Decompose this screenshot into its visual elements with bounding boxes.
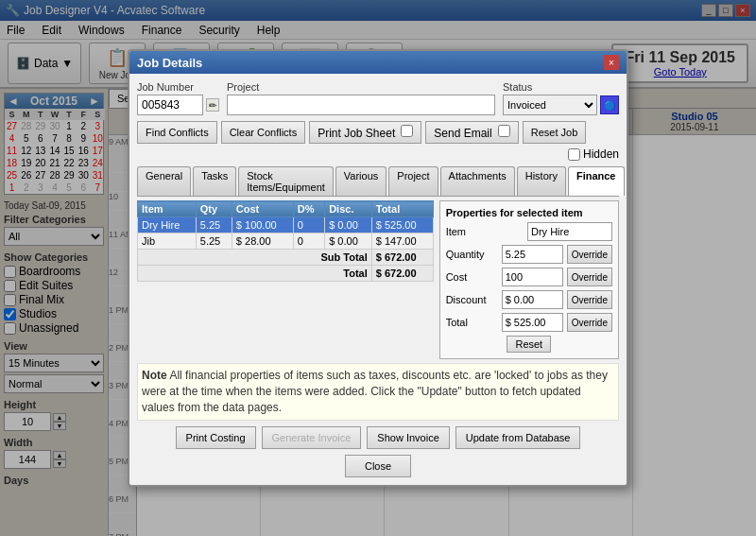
tab-finance[interactable]: Finance — [568, 166, 625, 196]
project-input[interactable] — [227, 95, 495, 115]
project-label: Project — [227, 81, 495, 93]
job-number-input[interactable] — [137, 95, 203, 115]
tab-history[interactable]: History — [517, 166, 566, 196]
total-override-button[interactable]: Override — [567, 313, 612, 332]
tab-attachments[interactable]: Attachments — [440, 166, 515, 196]
find-conflicts-button[interactable]: Find Conflicts — [137, 121, 217, 144]
print-job-sheet-button[interactable]: Print Job Sheet — [309, 121, 421, 144]
tab-stock-items[interactable]: Stock Items/Equipment — [238, 166, 334, 196]
modal-toolbar: Find Conflicts Clear Conflicts Print Job… — [137, 121, 619, 161]
prop-discount-input[interactable] — [502, 290, 563, 309]
tab-project[interactable]: Project — [388, 166, 438, 196]
job-info-row: Job Number ✏ Project Status Invoiced — [137, 81, 619, 115]
modal-close-button[interactable]: × — [604, 55, 619, 70]
prop-cost-row: Cost Override — [446, 268, 612, 286]
bottom-action-buttons: Print Costing Generate Invoice Show Invo… — [137, 426, 619, 449]
send-email-button[interactable]: Send Email — [425, 121, 518, 144]
edit-icon[interactable]: ✏ — [206, 98, 219, 112]
reset-button[interactable]: Reset — [507, 336, 551, 353]
note-content: All financial properties of items such a… — [142, 369, 608, 414]
print-job-sheet-checkbox[interactable] — [401, 125, 413, 137]
print-costing-button[interactable]: Print Costing — [176, 426, 256, 449]
note-bold: Note — [142, 369, 167, 382]
prop-item-input[interactable] — [527, 222, 612, 241]
finance-table: Item Qty Cost D% Disc. Total Dry Hire — [137, 200, 434, 282]
discount-override-button[interactable]: Override — [567, 290, 612, 309]
update-from-database-button[interactable]: Update from Database — [455, 426, 581, 449]
clear-conflicts-button[interactable]: Clear Conflicts — [221, 121, 306, 144]
prop-cost-label: Cost — [446, 271, 498, 283]
total-row: Total $ 672.00 — [138, 266, 434, 282]
table-row[interactable]: Jib 5.25 $ 28.00 0 $ 0.00 $ 147.00 — [138, 233, 434, 250]
project-group: Project — [227, 81, 495, 115]
tab-various[interactable]: Various — [335, 166, 387, 196]
prop-total-label: Total — [446, 317, 498, 328]
prop-cost-input[interactable] — [502, 268, 563, 286]
prop-item-row: Item — [446, 222, 612, 241]
job-number-group: Job Number ✏ — [137, 81, 219, 115]
hidden-checkbox[interactable] — [568, 148, 580, 161]
status-label: Status — [503, 81, 619, 93]
modal-title-bar: Job Details × — [129, 51, 627, 74]
tab-general[interactable]: General — [137, 166, 191, 196]
subtotal-row: Sub Total $ 672.00 — [138, 250, 434, 266]
prop-discount-label: Discount — [446, 294, 498, 305]
finance-left: Item Qty Cost D% Disc. Total Dry Hire — [137, 200, 434, 359]
quantity-override-button[interactable]: Override — [567, 245, 612, 264]
modal-overlay: Job Details × Job Number ✏ Project S — [0, 0, 756, 536]
properties-title: Properties for selected item — [446, 207, 612, 218]
modal-body: Job Number ✏ Project Status Invoiced — [129, 74, 627, 484]
cost-override-button[interactable]: Override — [567, 268, 612, 286]
status-icon[interactable]: 🔵 — [600, 95, 619, 114]
tab-tasks[interactable]: Tasks — [193, 166, 236, 196]
modal-tab-bar: General Tasks Stock Items/Equipment Vari… — [137, 166, 619, 197]
job-details-modal: Job Details × Job Number ✏ Project S — [128, 49, 628, 486]
prop-quantity-input[interactable] — [502, 245, 563, 264]
prop-total-input[interactable] — [502, 313, 563, 332]
reset-job-button[interactable]: Reset Job — [523, 121, 587, 144]
prop-quantity-row: Quantity Override — [446, 245, 612, 264]
prop-total-row: Total Override — [446, 313, 612, 332]
send-email-checkbox[interactable] — [498, 125, 510, 137]
prop-item-label: Item — [446, 226, 498, 237]
prop-quantity-label: Quantity — [446, 249, 498, 260]
generate-invoice-button[interactable]: Generate Invoice — [262, 426, 362, 449]
properties-panel: Properties for selected item Item Quanti… — [439, 200, 619, 359]
status-group: Status Invoiced 🔵 — [503, 81, 619, 115]
table-row[interactable]: Dry Hire 5.25 $ 100.00 0 $ 0.00 $ 525.00 — [138, 217, 434, 233]
finance-content: Item Qty Cost D% Disc. Total Dry Hire — [137, 200, 619, 359]
close-modal-button[interactable]: Close — [345, 455, 411, 477]
status-select[interactable]: Invoiced — [503, 95, 597, 115]
modal-title-text: Job Details — [137, 56, 202, 70]
show-invoice-button[interactable]: Show Invoice — [367, 426, 449, 449]
hidden-label: Hidden — [568, 147, 619, 161]
note-text: Note All financial properties of items s… — [137, 363, 619, 420]
job-number-label: Job Number — [137, 81, 219, 93]
prop-discount-row: Discount Override — [446, 290, 612, 309]
